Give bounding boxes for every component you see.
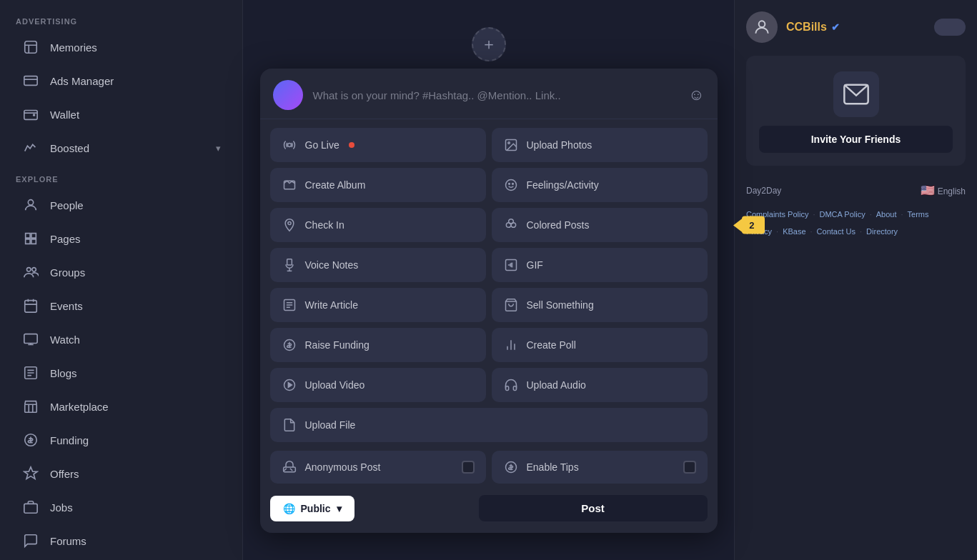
- write-article-label: Write Article: [305, 299, 358, 311]
- right-panel: CCBills ✔ Invite Your Friends Day2Day 🇺🇸…: [734, 0, 977, 560]
- post-button[interactable]: Post: [479, 495, 708, 521]
- create-poll-button[interactable]: Create Poll: [492, 328, 708, 362]
- sidebar-item-watch-label: Watch: [50, 334, 80, 346]
- mail-icon: [833, 71, 879, 117]
- write-article-icon: [282, 297, 297, 313]
- svg-rect-26: [505, 260, 516, 271]
- invite-friends-button[interactable]: Invite Your Friends: [759, 126, 953, 153]
- upload-file-icon: [282, 417, 297, 433]
- invite-friends-card: Invite Your Friends: [746, 56, 966, 166]
- sidebar-item-pages[interactable]: Pages: [6, 222, 237, 255]
- svg-point-4: [27, 268, 31, 272]
- memories-icon: [21, 38, 40, 56]
- create-poll-label: Create Poll: [527, 339, 576, 351]
- upload-audio-button[interactable]: Upload Audio: [492, 368, 708, 402]
- action-buttons-grid: Go Live Upload Photos Create Album: [260, 119, 718, 448]
- sidebar-item-marketplace[interactable]: Marketplace: [6, 390, 237, 423]
- svg-rect-11: [24, 504, 37, 513]
- sidebar-item-events[interactable]: Events: [6, 289, 237, 322]
- enable-tips-checkbox[interactable]: [683, 461, 696, 474]
- check-in-button[interactable]: Check In: [270, 208, 486, 242]
- sidebar-item-people[interactable]: People: [6, 189, 237, 221]
- sidebar-item-watch[interactable]: Watch: [6, 323, 237, 356]
- footer-link-about[interactable]: About: [876, 207, 897, 222]
- check-in-label: Check In: [305, 219, 344, 231]
- sidebar-item-wallet[interactable]: Wallet: [6, 98, 237, 131]
- anonymous-post-toggle-row: Anonymous Post: [270, 451, 486, 484]
- upload-photos-label: Upload Photos: [527, 139, 592, 151]
- footer-links: Day2Day 🇺🇸 English Complaints Policy · D…: [746, 180, 966, 239]
- user-toggle-area: [934, 19, 966, 36]
- forums-icon: [21, 531, 40, 550]
- footer-link-contact[interactable]: Contact Us: [817, 224, 856, 239]
- svg-rect-1: [24, 76, 37, 86]
- anonymous-post-icon: [282, 459, 297, 475]
- footer-link-dmca[interactable]: DMCA Policy: [819, 207, 865, 222]
- toggle-rows: Anonymous Post Enable Tips: [260, 448, 718, 488]
- footer-row-1: Complaints Policy · DMCA Policy · About …: [746, 207, 966, 222]
- svg-point-17: [505, 180, 516, 191]
- live-indicator-dot: [349, 142, 354, 148]
- sidebar-item-marketplace-label: Marketplace: [50, 401, 109, 413]
- sidebar-item-funding[interactable]: Funding: [6, 424, 237, 456]
- events-icon: [21, 296, 40, 315]
- sidebar-item-groups[interactable]: Groups: [6, 256, 237, 289]
- footer-link-terms[interactable]: Terms: [908, 207, 929, 222]
- funding-icon: [21, 431, 40, 449]
- svg-point-34: [759, 21, 765, 27]
- go-live-button[interactable]: Go Live: [270, 128, 486, 162]
- colored-posts-row: Colored Posts 2: [492, 208, 708, 242]
- gif-button[interactable]: GIF: [492, 248, 708, 282]
- upload-file-button[interactable]: Upload File: [270, 408, 708, 442]
- svg-point-20: [287, 221, 290, 224]
- footer-link-privacy[interactable]: Privacy: [746, 224, 772, 239]
- create-album-icon: [282, 177, 297, 193]
- footer-link-complaints[interactable]: Complaints Policy: [746, 207, 808, 222]
- voice-notes-button[interactable]: Voice Notes: [270, 248, 486, 282]
- user-toggle-switch[interactable]: [934, 19, 966, 36]
- composer-placeholder[interactable]: What is on your mind? #Hashtag.. @Mentio…: [313, 89, 679, 101]
- flag-icon: 🇺🇸: [921, 184, 935, 196]
- sidebar-item-memories-label: Memories: [50, 41, 97, 54]
- feelings-activity-button[interactable]: Feelings/Activity: [492, 168, 708, 202]
- footer-link-directory[interactable]: Directory: [866, 224, 898, 239]
- go-live-icon: [282, 137, 297, 153]
- upload-photos-button[interactable]: Upload Photos: [492, 128, 708, 162]
- sidebar-item-ads-manager[interactable]: Ads Manager: [6, 64, 237, 97]
- sidebar-item-wallet-label: Wallet: [50, 109, 79, 121]
- upload-video-button[interactable]: Upload Video: [270, 368, 486, 402]
- sidebar-item-boosted[interactable]: Boosted ▾: [6, 131, 237, 164]
- offers-icon: [21, 464, 40, 483]
- footer-link-kbase[interactable]: KBase: [783, 224, 805, 239]
- upload-audio-label: Upload Audio: [527, 379, 586, 391]
- anonymous-post-checkbox[interactable]: [462, 461, 475, 474]
- watch-icon: [21, 330, 40, 349]
- colored-posts-icon: [503, 217, 519, 233]
- sidebar-item-offers[interactable]: Offers: [6, 457, 237, 490]
- emoji-picker-icon[interactable]: ☺: [688, 86, 704, 104]
- feelings-activity-label: Feelings/Activity: [527, 179, 599, 191]
- svg-point-18: [508, 184, 510, 185]
- colored-posts-button[interactable]: Colored Posts: [492, 208, 708, 242]
- gif-icon: [503, 257, 519, 273]
- raise-funding-button[interactable]: Raise Funding: [270, 328, 486, 362]
- sidebar-item-blogs[interactable]: Blogs: [6, 356, 237, 389]
- enable-tips-toggle-row: Enable Tips: [492, 451, 708, 484]
- create-album-button[interactable]: Create Album: [270, 168, 486, 202]
- svg-rect-2: [24, 111, 37, 120]
- sidebar-item-jobs[interactable]: Jobs: [6, 491, 237, 524]
- svg-rect-7: [24, 334, 37, 344]
- svg-point-19: [512, 184, 513, 185]
- user-name-text: CCBills: [786, 21, 827, 34]
- footer-language-area: 🇺🇸 English: [921, 180, 966, 201]
- sidebar-item-funding-label: Funding: [50, 434, 89, 446]
- upload-file-label: Upload File: [305, 419, 356, 431]
- sidebar-item-forums[interactable]: Forums: [6, 524, 237, 557]
- marketplace-icon: [21, 397, 40, 416]
- write-article-button[interactable]: Write Article: [270, 288, 486, 322]
- sell-something-button[interactable]: Sell Something: [492, 288, 708, 322]
- visibility-button[interactable]: 🌐 Public ▾: [270, 496, 354, 521]
- upload-photos-icon: [503, 137, 519, 153]
- add-story-button[interactable]: ＋: [472, 27, 506, 61]
- sidebar-item-memories[interactable]: Memories: [6, 31, 237, 64]
